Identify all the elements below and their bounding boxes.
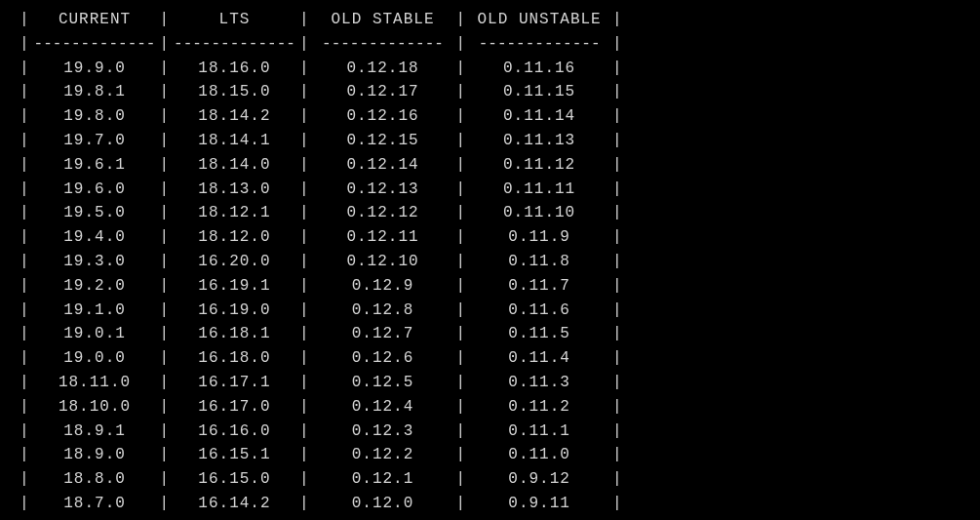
- version-cell: 0.11.13: [466, 129, 612, 153]
- column-separator: | | | | | | | | | | | | | | | | | | | | …: [455, 8, 466, 520]
- version-cell: 18.8.0: [30, 467, 160, 492]
- version-cell: 0.11.5: [466, 322, 612, 346]
- version-cell: 0.12.7: [309, 322, 455, 346]
- version-cell: 19.6.1: [30, 153, 160, 178]
- version-cell: 0.12.15: [309, 129, 455, 153]
- version-cell: 19.2.0: [30, 274, 160, 299]
- version-cell: 0.11.6: [466, 299, 612, 323]
- column-separator: | | | | | | | | | | | | | | | | | | | | …: [299, 8, 310, 520]
- column-divider: -------------: [309, 32, 455, 57]
- version-cell: 16.18.0: [170, 346, 299, 371]
- version-cell: 0.11.8: [466, 250, 612, 274]
- version-cell: 18.10.0: [30, 395, 160, 420]
- column-separator: | | | | | | | | | | | | | | | | | | | | …: [612, 8, 623, 520]
- version-cell: 19.3.0: [30, 250, 160, 274]
- column-divider: -------------: [170, 32, 299, 57]
- column-old-stable: OLD STABLE ------------- 0.12.18 0.12.17…: [309, 8, 455, 520]
- version-cell: 19.9.0: [30, 57, 160, 81]
- version-cell: 18.14.2: [170, 104, 299, 129]
- version-cell: 0.11.15: [466, 80, 612, 104]
- version-cell: 18.6.0: [30, 516, 160, 520]
- version-cell: 0.11.16: [466, 57, 612, 81]
- column-current: CURRENT ------------- 19.9.0 19.8.1 19.8…: [30, 8, 160, 520]
- version-cell: 19.1.0: [30, 299, 160, 323]
- column-header: OLD UNSTABLE: [466, 8, 612, 32]
- column-lts: LTS ------------- 18.16.0 18.15.0 18.14.…: [170, 8, 299, 520]
- version-cell: 0.12.18: [309, 57, 455, 81]
- version-cell: 0.12.9: [309, 274, 455, 299]
- version-cell: 18.9.1: [30, 420, 160, 444]
- version-cell: 0.11.1: [466, 420, 612, 444]
- column-divider: -------------: [30, 32, 160, 57]
- version-cell: 0.10.48: [309, 516, 455, 520]
- version-cell: 18.9.0: [30, 443, 160, 467]
- column-old-unstable: OLD UNSTABLE ------------- 0.11.16 0.11.…: [466, 8, 612, 520]
- version-cell: 16.16.0: [170, 420, 299, 444]
- version-cell: 0.11.12: [466, 153, 612, 178]
- version-cell: 16.15.1: [170, 443, 299, 467]
- version-cell: 0.12.4: [309, 395, 455, 420]
- version-cell: 0.11.0: [466, 443, 612, 467]
- column-divider: -------------: [466, 32, 612, 57]
- version-cell: 0.12.8: [309, 299, 455, 323]
- version-cell: 19.6.0: [30, 178, 160, 202]
- version-cell: 18.14.1: [170, 129, 299, 153]
- version-cell: 19.5.0: [30, 201, 160, 225]
- version-cell: 0.12.5: [309, 371, 455, 395]
- version-cell: 0.12.6: [309, 346, 455, 371]
- version-cell: 18.11.0: [30, 371, 160, 395]
- version-cell: 0.12.17: [309, 80, 455, 104]
- version-cell: 18.7.0: [30, 492, 160, 516]
- version-cell: 0.11.10: [466, 201, 612, 225]
- version-cell: 0.11.3: [466, 371, 612, 395]
- version-cell: 0.9.12: [466, 467, 612, 492]
- version-cell: 0.12.14: [309, 153, 455, 178]
- version-cell: 16.19.0: [170, 299, 299, 323]
- column-header: OLD STABLE: [309, 8, 455, 32]
- column-separator: | | | | | | | | | | | | | | | | | | | | …: [159, 8, 170, 520]
- version-cell: 0.12.12: [309, 201, 455, 225]
- version-cell: 0.11.11: [466, 178, 612, 202]
- version-cell: 19.8.1: [30, 80, 160, 104]
- version-cell: 16.14.2: [170, 492, 299, 516]
- version-cell: 18.12.1: [170, 201, 299, 225]
- version-cell: 0.11.7: [466, 274, 612, 299]
- version-cell: 0.12.13: [309, 178, 455, 202]
- version-cell: 18.14.0: [170, 153, 299, 178]
- version-cell: 0.12.10: [309, 250, 455, 274]
- version-cell: 19.4.0: [30, 225, 160, 250]
- version-cell: 0.9.10: [466, 516, 612, 520]
- version-cell: 16.14.1: [170, 516, 299, 520]
- version-cell: 0.11.4: [466, 346, 612, 371]
- version-cell: 0.12.11: [309, 225, 455, 250]
- version-cell: 16.17.0: [170, 395, 299, 420]
- version-cell: 19.7.0: [30, 129, 160, 153]
- column-header: CURRENT: [30, 8, 160, 32]
- version-cell: 16.15.0: [170, 467, 299, 492]
- version-cell: 0.12.3: [309, 420, 455, 444]
- version-cell: 16.20.0: [170, 250, 299, 274]
- column-header: LTS: [170, 8, 299, 32]
- version-cell: 0.12.0: [309, 492, 455, 516]
- version-cell: 18.12.0: [170, 225, 299, 250]
- version-table: | | | | | | | | | | | | | | | | | | | | …: [20, 8, 960, 520]
- version-cell: 18.15.0: [170, 80, 299, 104]
- version-cell: 18.16.0: [170, 57, 299, 81]
- version-cell: 0.12.1: [309, 467, 455, 492]
- version-cell: 0.11.2: [466, 395, 612, 420]
- version-cell: 19.0.1: [30, 322, 160, 346]
- version-cell: 19.0.0: [30, 346, 160, 371]
- column-separator: | | | | | | | | | | | | | | | | | | | | …: [20, 8, 30, 520]
- version-cell: 18.13.0: [170, 178, 299, 202]
- version-cell: 0.12.2: [309, 443, 455, 467]
- version-cell: 16.17.1: [170, 371, 299, 395]
- version-cell: 16.18.1: [170, 322, 299, 346]
- version-cell: 0.12.16: [309, 104, 455, 129]
- version-cell: 0.11.9: [466, 225, 612, 250]
- version-cell: 19.8.0: [30, 104, 160, 129]
- version-cell: 16.19.1: [170, 274, 299, 299]
- version-cell: 0.9.11: [466, 492, 612, 516]
- version-cell: 0.11.14: [466, 104, 612, 129]
